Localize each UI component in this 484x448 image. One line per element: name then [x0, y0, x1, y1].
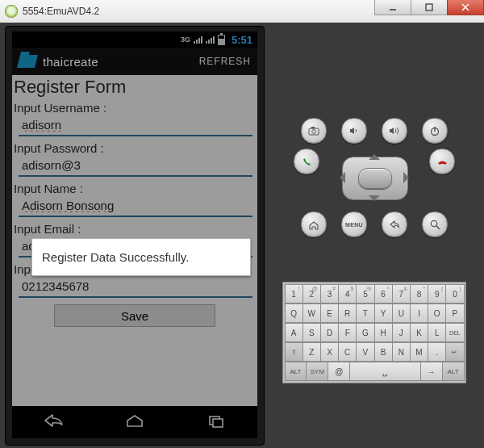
camera-button[interactable]	[301, 118, 327, 144]
key-alt[interactable]: ALT	[442, 362, 465, 381]
network-type-icon: 3G	[181, 36, 190, 44]
app-favicon-icon	[5, 5, 18, 18]
menu-button[interactable]: MENU	[341, 211, 367, 237]
emulator-side-panel: MENU 1!2@3#4$5%6^7&8*9(0) QWERTYUIOP ASD…	[265, 23, 484, 448]
key-p[interactable]: P	[445, 304, 464, 323]
action-bar: thaicreate REFRESH	[12, 48, 257, 75]
key-q[interactable]: Q	[285, 304, 303, 323]
key-b[interactable]: B	[374, 342, 393, 362]
key-t[interactable]: T	[356, 304, 374, 323]
end-call-button[interactable]	[429, 149, 455, 174]
kbd-row-4: ⇧ZXCVBNM.↵	[285, 342, 464, 362]
key-⇧[interactable]: ⇧	[285, 342, 303, 362]
save-button[interactable]: Save	[54, 304, 216, 327]
home-icon[interactable]	[124, 413, 145, 431]
svg-rect-5	[213, 419, 223, 427]
svg-line-12	[436, 226, 440, 229]
volume-down-button[interactable]	[341, 118, 367, 144]
key-z[interactable]: Z	[302, 342, 321, 362]
menu-label: MENU	[345, 222, 363, 228]
back-icon[interactable]	[43, 413, 64, 431]
power-button[interactable]	[422, 118, 448, 144]
key-i[interactable]: I	[410, 304, 428, 323]
system-nav-bar	[12, 406, 257, 438]
key-alt[interactable]: ALT	[285, 362, 307, 381]
home-button[interactable]	[301, 211, 327, 237]
key-u[interactable]: U	[392, 304, 411, 323]
call-button[interactable]	[294, 149, 319, 174]
username-label: Input Username :	[12, 98, 257, 115]
key-k[interactable]: K	[410, 323, 428, 342]
key-x[interactable]: X	[320, 342, 339, 362]
key-r[interactable]: R	[338, 304, 357, 323]
svg-rect-1	[426, 4, 432, 10]
key-e[interactable]: E	[320, 304, 339, 323]
password-input[interactable]	[19, 155, 252, 177]
key-1[interactable]: 1!	[285, 284, 303, 304]
soft-keyboard: 1!2@3#4$5%6^7&8*9(0) QWERTYUIOP ASDFGHJK…	[282, 282, 466, 383]
key-␣[interactable]: ␣	[349, 362, 420, 381]
minimize-button[interactable]	[374, 0, 411, 15]
key-j[interactable]: J	[392, 323, 411, 342]
key-d[interactable]: D	[320, 323, 339, 342]
dpad-right[interactable]	[403, 172, 415, 183]
maximize-button[interactable]	[411, 0, 448, 15]
emulator-body: 3G 5:51 thaicreate REFRESH Register Form	[0, 23, 484, 448]
key-m[interactable]: M	[410, 342, 428, 362]
key-s[interactable]: S	[302, 323, 321, 342]
close-button[interactable]	[447, 0, 484, 15]
tel-input[interactable]	[19, 276, 252, 298]
email-label: Input Email :	[12, 219, 257, 236]
key-g[interactable]: G	[356, 323, 374, 342]
key-del[interactable]: DEL	[445, 323, 464, 342]
hw-back-button[interactable]	[382, 211, 407, 237]
key-y[interactable]: Y	[374, 304, 393, 323]
key-0[interactable]: 0)	[445, 284, 464, 304]
key-o[interactable]: O	[428, 304, 446, 323]
search-button[interactable]	[422, 211, 448, 237]
key-l[interactable]: L	[428, 323, 446, 342]
dpad-up[interactable]	[369, 149, 380, 160]
key-a[interactable]: A	[285, 323, 303, 342]
key-5[interactable]: 5%	[356, 284, 374, 304]
dpad-down[interactable]	[369, 195, 380, 207]
window-title: 5554:EmuAVD4.2	[23, 6, 99, 17]
name-input[interactable]	[19, 195, 252, 217]
form-heading: Register Form	[14, 77, 254, 98]
key-9[interactable]: 9(	[428, 284, 446, 304]
volume-up-button[interactable]	[382, 118, 407, 144]
dpad	[336, 149, 413, 207]
username-input[interactable]	[19, 115, 252, 136]
key-8[interactable]: 8*	[410, 284, 428, 304]
key-2[interactable]: 2@	[302, 284, 321, 304]
wifi-icon	[206, 36, 215, 44]
key-6[interactable]: 6^	[374, 284, 393, 304]
dpad-left[interactable]	[334, 172, 345, 183]
svg-rect-6	[309, 128, 319, 135]
window-titlebar[interactable]: 5554:EmuAVD4.2	[0, 0, 484, 23]
key-↵[interactable]: ↵	[445, 342, 464, 362]
key-c[interactable]: C	[338, 342, 357, 362]
key-→[interactable]: →	[420, 362, 443, 381]
key-@[interactable]: @	[328, 362, 350, 381]
key-7[interactable]: 7&	[392, 284, 411, 304]
key-.[interactable]: .	[428, 342, 446, 362]
status-bar: 3G 5:51	[12, 31, 257, 48]
signal-icon	[194, 36, 202, 44]
key-n[interactable]: N	[392, 342, 411, 362]
recents-icon[interactable]	[206, 413, 227, 431]
key-w[interactable]: W	[302, 304, 321, 323]
kbd-row-3: ASDFGHJKLDEL	[285, 323, 464, 342]
key-h[interactable]: H	[374, 323, 393, 342]
key-f[interactable]: F	[338, 323, 357, 342]
app-icon	[17, 55, 38, 68]
key-sym[interactable]: SYM	[306, 362, 328, 381]
key-v[interactable]: V	[356, 342, 374, 362]
dpad-center[interactable]	[358, 168, 392, 189]
refresh-button[interactable]: REFRESH	[199, 56, 251, 67]
window-buttons	[375, 0, 484, 16]
key-3[interactable]: 3#	[320, 284, 339, 304]
toast-message[interactable]: Register Data Successfully.	[31, 238, 251, 276]
name-label: Input Name :	[12, 178, 257, 195]
key-4[interactable]: 4$	[338, 284, 357, 304]
